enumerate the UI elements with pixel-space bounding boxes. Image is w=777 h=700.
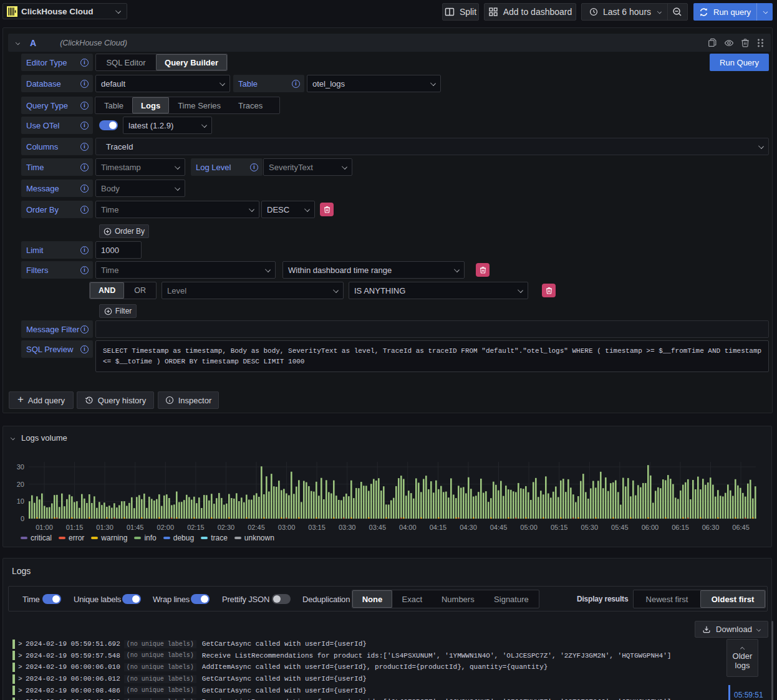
- svg-text:02:45: 02:45: [248, 524, 265, 531]
- svg-text:02:15: 02:15: [187, 524, 205, 531]
- svg-text:04:30: 04:30: [460, 524, 477, 531]
- svg-text:04:15: 04:15: [430, 524, 447, 531]
- svg-text:06:00: 06:00: [642, 524, 659, 531]
- svg-text:06:15: 06:15: [672, 524, 689, 531]
- svg-text:05:30: 05:30: [581, 524, 599, 531]
- svg-text:03:45: 03:45: [369, 524, 387, 531]
- svg-text:04:00: 04:00: [399, 524, 417, 531]
- svg-text:03:30: 03:30: [339, 524, 356, 531]
- svg-text:05:00: 05:00: [520, 524, 538, 531]
- svg-text:30: 30: [17, 463, 24, 471]
- svg-text:04:45: 04:45: [490, 524, 508, 531]
- svg-text:01:00: 01:00: [36, 524, 53, 531]
- svg-text:01:15: 01:15: [66, 524, 84, 531]
- svg-text:03:15: 03:15: [308, 524, 326, 531]
- svg-text:02:00: 02:00: [157, 524, 175, 531]
- svg-text:06:30: 06:30: [702, 524, 720, 531]
- svg-text:01:30: 01:30: [96, 524, 113, 531]
- svg-text:01:45: 01:45: [127, 524, 144, 531]
- svg-text:05:15: 05:15: [551, 524, 568, 531]
- svg-text:05:45: 05:45: [611, 524, 629, 531]
- svg-text:06:45: 06:45: [732, 524, 750, 531]
- svg-text:0: 0: [21, 515, 24, 522]
- svg-text:20: 20: [17, 481, 24, 488]
- svg-text:03:00: 03:00: [278, 524, 296, 531]
- svg-text:10: 10: [17, 497, 24, 505]
- svg-text:02:30: 02:30: [218, 524, 235, 531]
